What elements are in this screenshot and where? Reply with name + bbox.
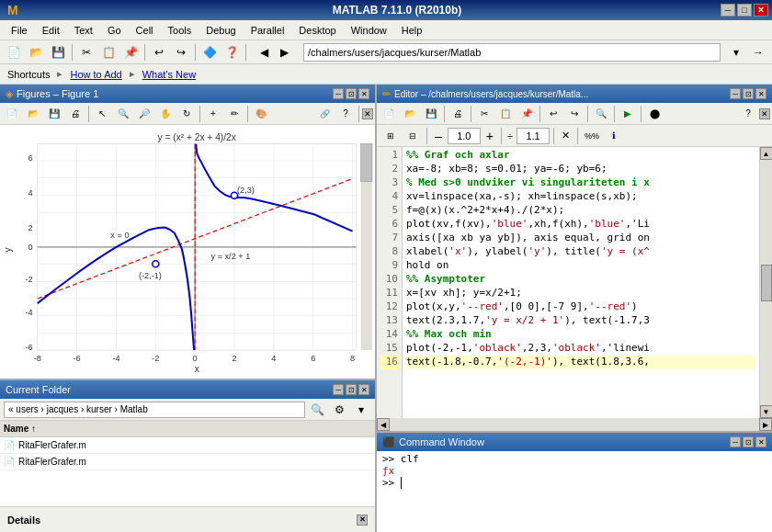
scroll-thumb[interactable] [761, 265, 772, 301]
cmd-minimize-btn[interactable]: ─ [730, 436, 741, 447]
undo-button[interactable]: ↩ [149, 42, 169, 62]
zoom-plus[interactable]: + [482, 129, 497, 143]
fig-colormap-btn[interactable]: 🎨 [251, 104, 271, 124]
cmd-close-btn[interactable]: ✕ [755, 436, 766, 447]
ed-undo-btn[interactable]: ↩ [543, 104, 563, 124]
details-close-btn[interactable]: ✕ [357, 515, 368, 526]
browse-button[interactable]: ▾ [726, 42, 746, 62]
hscroll-right-btn[interactable]: ▶ [759, 418, 772, 431]
new-file-button[interactable]: 📄 [4, 42, 24, 62]
close-button[interactable]: ✕ [754, 4, 768, 17]
fig-rotate-btn[interactable]: ↻ [176, 104, 197, 124]
save-button[interactable]: 💾 [48, 42, 68, 62]
ed-save-btn[interactable]: 💾 [421, 104, 441, 124]
address-bar[interactable]: /chalmers/users/jacques/kurser/Matlab [303, 43, 721, 62]
fig-tools-close[interactable]: ✕ [362, 108, 373, 119]
cf-search-btn[interactable]: 🔍 [307, 400, 327, 420]
redo-button[interactable]: ↪ [171, 42, 191, 62]
menu-help[interactable]: Help [394, 23, 430, 38]
cmd-prompt[interactable]: >> [382, 477, 766, 489]
how-to-add-link[interactable]: How to Add [70, 69, 121, 80]
copy-button[interactable]: 📋 [98, 42, 119, 62]
menu-parallel[interactable]: Parallel [244, 23, 292, 38]
fig-datacursor-btn[interactable]: + [203, 104, 223, 124]
menu-tools[interactable]: Tools [161, 23, 199, 38]
fig-undock-btn[interactable]: ⊡ [346, 88, 357, 99]
menu-debug[interactable]: Debug [199, 23, 243, 38]
menu-window[interactable]: Window [344, 23, 394, 38]
zoom-minus[interactable]: – [431, 129, 446, 143]
fig-save-btn[interactable]: 💾 [44, 104, 64, 124]
fig-brush-btn[interactable]: ✏ [224, 104, 244, 124]
fig-zoom-in-btn[interactable]: 🔍 [113, 104, 133, 124]
cf-undock-btn[interactable]: ⊡ [346, 384, 357, 395]
ed-help-btn[interactable]: ? [738, 104, 758, 124]
list-item[interactable]: 📄 RitaFlerGrafer.m [0, 437, 375, 454]
fig-help2-btn[interactable]: ? [335, 104, 356, 124]
zoom-close[interactable]: ✕ [558, 130, 573, 141]
editor-minimize-btn[interactable]: ─ [730, 88, 741, 99]
ed-outdent-btn[interactable]: ⊟ [403, 126, 423, 146]
ed-find-btn[interactable]: 🔍 [591, 104, 611, 124]
shortcuts-bar: Shortcuts ▸ How to Add ▸ What's New [0, 64, 772, 85]
menu-desktop[interactable]: Desktop [291, 23, 343, 38]
ed-indent-btn[interactable]: ⊞ [380, 126, 401, 146]
current-folder-panel: Current Folder ─ ⊡ ✕ « users › jacques ›… [0, 380, 375, 532]
ed-paste-btn[interactable]: 📌 [517, 104, 537, 124]
zoom-ratio-input[interactable] [517, 128, 550, 144]
command-content[interactable]: >> clf ƒx >> [377, 451, 772, 532]
fig-print-btn[interactable]: 🖨 [65, 104, 85, 124]
cf-more-btn[interactable]: ▾ [351, 400, 371, 420]
list-item[interactable]: 📄 RitaFlerGrafer.m [0, 454, 375, 470]
fig-minimize-btn[interactable]: ─ [333, 88, 344, 99]
fig-close-btn[interactable]: ✕ [358, 88, 369, 99]
paste-button[interactable]: 📌 [120, 42, 141, 62]
menu-text[interactable]: Text [67, 23, 100, 38]
whats-new-link[interactable]: What's New [142, 69, 196, 80]
simulink-button[interactable]: 🔷 [199, 42, 220, 62]
back-button[interactable]: ◀ [254, 42, 274, 62]
ed-cut-btn[interactable]: ✂ [474, 104, 494, 124]
open-file-button[interactable]: 📂 [26, 42, 46, 62]
cf-minimize-btn[interactable]: ─ [333, 384, 344, 395]
fig-cursor-btn[interactable]: ↖ [92, 104, 112, 124]
scroll-up-btn[interactable]: ▲ [760, 147, 773, 160]
ed-percent-btn[interactable]: %% [582, 126, 602, 146]
maximize-button[interactable]: □ [737, 4, 752, 17]
editor-scrollbar[interactable]: ▲ ▼ [759, 147, 772, 418]
menu-file[interactable]: File [4, 23, 35, 38]
ed-breakpoint-btn[interactable]: ⬤ [644, 104, 664, 124]
menu-go[interactable]: Go [100, 23, 129, 38]
cmd-undock-btn[interactable]: ⊡ [743, 436, 754, 447]
editor-undock-btn[interactable]: ⊡ [743, 88, 754, 99]
fig-zoom-out-btn[interactable]: 🔎 [134, 104, 154, 124]
ed-info-btn[interactable]: ℹ [604, 126, 624, 146]
cf-close-btn[interactable]: ✕ [358, 384, 369, 395]
go-button[interactable]: → [748, 42, 768, 62]
cut-button[interactable]: ✂ [76, 42, 96, 62]
fig-new-btn[interactable]: 📄 [2, 104, 22, 124]
menu-cell[interactable]: Cell [129, 23, 161, 38]
cf-filename: RitaFlerGrafer.m [18, 457, 86, 467]
minimize-button[interactable]: ─ [721, 4, 735, 17]
fig-pan-btn[interactable]: ✋ [155, 104, 176, 124]
ed-run-btn[interactable]: ▶ [618, 104, 638, 124]
ed-toolbar-close[interactable]: ✕ [759, 108, 770, 119]
ed-new-btn[interactable]: 📄 [379, 104, 399, 124]
editor-close-btn[interactable]: ✕ [755, 88, 766, 99]
forward-button[interactable]: ▶ [274, 42, 294, 62]
help-button[interactable]: ❓ [221, 42, 242, 62]
ed-copy-btn[interactable]: 📋 [495, 104, 516, 124]
code-editor[interactable]: %% Graf och axlar xa=-8; xb=8; s=0.01; y… [403, 147, 759, 418]
zoom-value-input[interactable] [448, 128, 481, 144]
fig-link-btn[interactable]: 🔗 [314, 104, 335, 124]
ed-print-btn[interactable]: 🖨 [448, 104, 468, 124]
menu-edit[interactable]: Edit [35, 23, 67, 38]
scroll-down-btn[interactable]: ▼ [760, 405, 773, 418]
editor-hscroll[interactable]: ◀ ▶ [377, 418, 772, 431]
fig-open-btn[interactable]: 📂 [23, 104, 43, 124]
hscroll-left-btn[interactable]: ◀ [377, 418, 390, 431]
cf-settings-btn[interactable]: ⚙ [329, 400, 349, 420]
ed-open-btn[interactable]: 📂 [400, 104, 420, 124]
ed-redo-btn[interactable]: ↪ [564, 104, 585, 124]
